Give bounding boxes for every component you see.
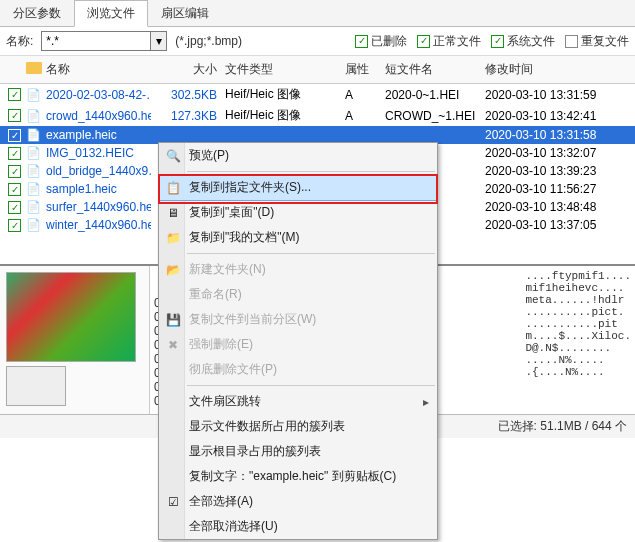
table-row[interactable]: ✓ 📄 2020-02-03-08-42-… 302.5KB Heif/Heic… bbox=[0, 84, 635, 105]
ctx-select-all-label: 全部选择(A) bbox=[189, 493, 253, 510]
row-check[interactable]: ✓ bbox=[8, 147, 21, 160]
cell-name: example.heic bbox=[42, 127, 151, 143]
col-check[interactable] bbox=[4, 68, 22, 72]
file-icon: 📄 bbox=[26, 109, 40, 123]
filter-input[interactable] bbox=[41, 31, 151, 51]
ctx-rename: 重命名(R) bbox=[159, 282, 437, 307]
ctx-copy-to-partition-label: 复制文件到当前分区(W) bbox=[189, 311, 316, 328]
row-check[interactable]: ✓ bbox=[8, 129, 21, 142]
row-check[interactable]: ✓ bbox=[8, 201, 21, 214]
cell-time: 2020-03-10 13:31:58 bbox=[481, 127, 631, 143]
cell-name: sample1.heic bbox=[42, 181, 151, 197]
row-check[interactable]: ✓ bbox=[8, 219, 21, 232]
cell-size: 127.3KB bbox=[151, 108, 221, 124]
ctx-new-folder: 📂 新建文件夹(N) bbox=[159, 257, 437, 282]
cell-attr: A bbox=[341, 108, 381, 124]
filter-combo[interactable]: ▾ bbox=[41, 31, 167, 51]
tab-browse-files[interactable]: 浏览文件 bbox=[74, 0, 148, 27]
chk-system-label: 系统文件 bbox=[507, 33, 555, 50]
column-header: 名称 大小 文件类型 属性 短文件名 修改时间 bbox=[0, 56, 635, 84]
ctx-force-delete-label: 强制删除(E) bbox=[189, 336, 253, 353]
cell-attr bbox=[341, 134, 381, 136]
col-time[interactable]: 修改时间 bbox=[481, 59, 631, 80]
thumbnail-image[interactable] bbox=[6, 272, 136, 362]
chk-deleted-label: 已删除 bbox=[371, 33, 407, 50]
cell-time: 2020-03-10 11:56:27 bbox=[481, 181, 631, 197]
ctx-rename-label: 重命名(R) bbox=[189, 286, 242, 303]
ctx-copy-text-label: 复制文字："example.heic" 到剪贴板(C) bbox=[189, 468, 396, 485]
ctx-copy-to-docs[interactable]: 📁 复制到"我的文档"(M) bbox=[159, 225, 437, 250]
ctx-cluster-root-label: 显示根目录占用的簇列表 bbox=[189, 443, 321, 460]
ctx-copy-to-partition: 💾 复制文件到当前分区(W) bbox=[159, 307, 437, 332]
cell-short: CROWD_~1.HEI bbox=[381, 108, 481, 124]
ctx-preview[interactable]: 🔍 预览(P) bbox=[159, 143, 437, 168]
copy-icon: 📋 bbox=[165, 180, 181, 196]
col-attr[interactable]: 属性 bbox=[341, 59, 381, 80]
filter-label: 名称: bbox=[6, 33, 33, 50]
cell-name: winter_1440x960.he… bbox=[42, 217, 151, 233]
ctx-perm-delete-label: 彻底删除文件(P) bbox=[189, 361, 277, 378]
ctx-force-delete: ✖ 强制删除(E) bbox=[159, 332, 437, 357]
tab-sector-edit[interactable]: 扇区编辑 bbox=[148, 0, 222, 26]
chk-system[interactable]: ✓系统文件 bbox=[491, 33, 555, 50]
folder-icon: 📁 bbox=[165, 230, 181, 246]
folder-up-icon[interactable] bbox=[22, 60, 42, 79]
cell-time: 2020-03-10 13:39:23 bbox=[481, 163, 631, 179]
ctx-sector-jump[interactable]: 文件扇区跳转 ▸ bbox=[159, 389, 437, 414]
desktop-icon: 🖥 bbox=[165, 205, 181, 221]
row-check[interactable]: ✓ bbox=[8, 183, 21, 196]
new-folder-icon: 📂 bbox=[165, 262, 181, 278]
thumbnail-small[interactable] bbox=[6, 366, 66, 406]
cell-type: Heif/Heic 图像 bbox=[221, 85, 341, 104]
file-icon: 📄 bbox=[26, 146, 40, 160]
tab-partition-params[interactable]: 分区参数 bbox=[0, 0, 74, 26]
col-size[interactable]: 大小 bbox=[151, 59, 221, 80]
col-short[interactable]: 短文件名 bbox=[381, 59, 481, 80]
ctx-deselect-all[interactable]: 全部取消选择(U) bbox=[159, 514, 437, 539]
row-check[interactable]: ✓ bbox=[8, 88, 21, 101]
ctx-copy-to-folder-label: 复制到指定文件夹(S)... bbox=[189, 179, 311, 196]
disk-icon: 💾 bbox=[165, 312, 181, 328]
check-icon: ☑ bbox=[165, 494, 181, 510]
context-menu: 🔍 预览(P) 📋 复制到指定文件夹(S)... 🖥 复制到"桌面"(D) 📁 … bbox=[158, 142, 438, 540]
filter-row: 名称: ▾ (*.jpg;*.bmp) ✓已删除 ✓正常文件 ✓系统文件 ✓重复… bbox=[0, 27, 635, 56]
chk-normal[interactable]: ✓正常文件 bbox=[417, 33, 481, 50]
cell-time: 2020-03-10 13:37:05 bbox=[481, 217, 631, 233]
cell-type: Heif/Heic 图像 bbox=[221, 106, 341, 125]
ctx-cluster-data-label: 显示文件数据所占用的簇列表 bbox=[189, 418, 345, 435]
ctx-select-all[interactable]: ☑ 全部选择(A) bbox=[159, 489, 437, 514]
chk-normal-label: 正常文件 bbox=[433, 33, 481, 50]
filter-dropdown-arrow[interactable]: ▾ bbox=[151, 31, 167, 51]
cell-time: 2020-03-10 13:31:59 bbox=[481, 87, 631, 103]
cell-time: 2020-03-10 13:42:41 bbox=[481, 108, 631, 124]
status-text: 已选择: 51.1MB / 644 个 bbox=[498, 419, 627, 433]
table-row[interactable]: ✓ 📄 crowd_1440x960.heic 127.3KB Heif/Hei… bbox=[0, 105, 635, 126]
cell-name: 2020-02-03-08-42-… bbox=[42, 87, 151, 103]
cell-time: 2020-03-10 13:32:07 bbox=[481, 145, 631, 161]
chk-deleted[interactable]: ✓已删除 bbox=[355, 33, 407, 50]
ctx-cluster-root[interactable]: 显示根目录占用的簇列表 bbox=[159, 439, 437, 464]
col-name[interactable]: 名称 bbox=[42, 59, 151, 80]
cell-name: crowd_1440x960.heic bbox=[42, 108, 151, 124]
filter-extensions: (*.jpg;*.bmp) bbox=[175, 34, 242, 48]
file-icon: 📄 bbox=[26, 128, 40, 142]
chk-duplicate[interactable]: ✓重复文件 bbox=[565, 33, 629, 50]
ctx-preview-label: 预览(P) bbox=[189, 147, 229, 164]
file-icon: 📄 bbox=[26, 164, 40, 178]
delete-icon: ✖ bbox=[165, 337, 181, 353]
ctx-copy-to-docs-label: 复制到"我的文档"(M) bbox=[189, 229, 300, 246]
row-check[interactable]: ✓ bbox=[8, 109, 21, 122]
cell-type bbox=[221, 134, 341, 136]
col-type[interactable]: 文件类型 bbox=[221, 59, 341, 80]
preview-pane bbox=[0, 266, 150, 414]
ctx-copy-to-folder[interactable]: 📋 复制到指定文件夹(S)... bbox=[158, 174, 438, 201]
ctx-copy-text[interactable]: 复制文字："example.heic" 到剪贴板(C) bbox=[159, 464, 437, 489]
chk-duplicate-label: 重复文件 bbox=[581, 33, 629, 50]
ctx-new-folder-label: 新建文件夹(N) bbox=[189, 261, 266, 278]
cell-size bbox=[151, 134, 221, 136]
file-icon: 📄 bbox=[26, 88, 40, 102]
hex-ascii: ....ftypmif1.... mif1heihevc.... meta...… bbox=[525, 270, 631, 378]
row-check[interactable]: ✓ bbox=[8, 165, 21, 178]
ctx-cluster-data[interactable]: 显示文件数据所占用的簇列表 bbox=[159, 414, 437, 439]
ctx-copy-to-desktop[interactable]: 🖥 复制到"桌面"(D) bbox=[159, 200, 437, 225]
